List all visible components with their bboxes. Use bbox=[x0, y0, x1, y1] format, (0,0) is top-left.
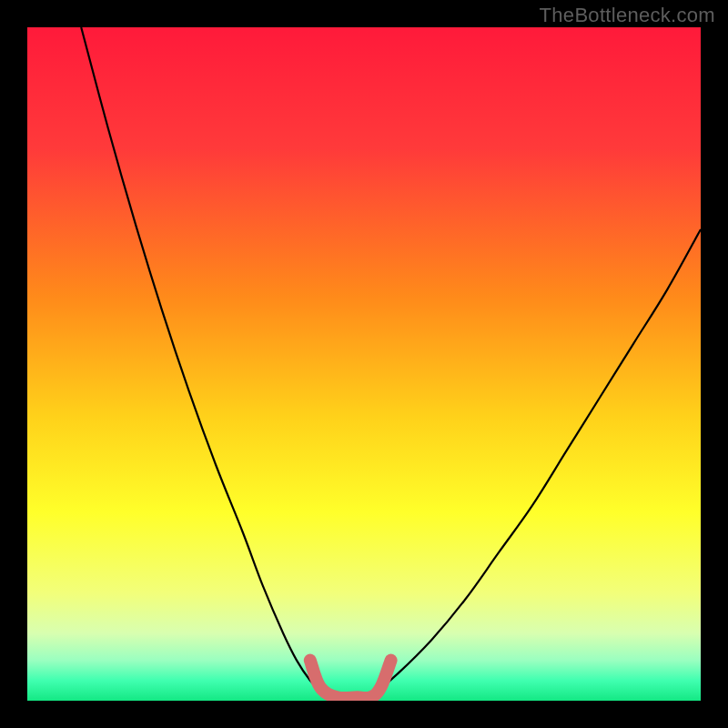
chart-frame: TheBottleneck.com bbox=[0, 0, 728, 728]
plot-background bbox=[27, 27, 701, 701]
bottleneck-chart bbox=[0, 0, 728, 728]
watermark-text: TheBottleneck.com bbox=[540, 4, 715, 27]
